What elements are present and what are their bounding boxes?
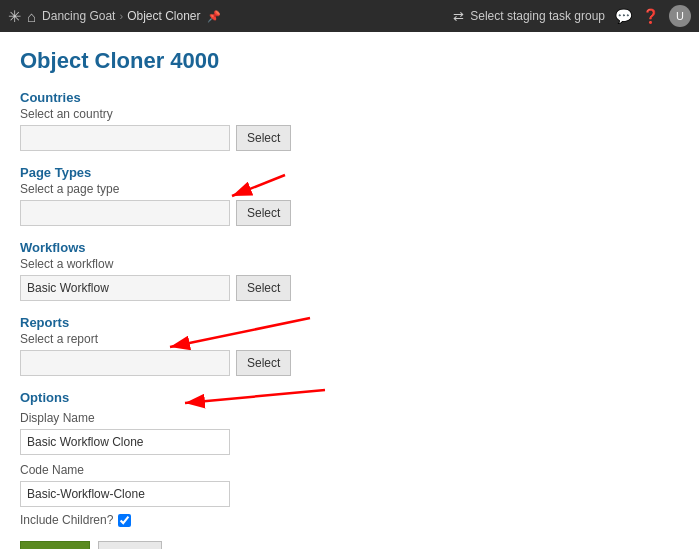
page-types-label: Page Types [20,165,679,180]
topnav: ✳ ⌂ Dancing Goat › Object Cloner 📌 ⇄ Sel… [0,0,699,32]
code-name-label: Code Name [20,463,679,477]
workflows-input[interactable] [20,275,230,301]
page-types-input[interactable] [20,200,230,226]
include-children-row: Include Children? [20,513,679,527]
workflows-section: Workflows Select a workflow Select [20,240,679,301]
help-icon[interactable]: ❓ [642,8,659,24]
page-types-input-row: Select [20,200,679,226]
workflows-select-button[interactable]: Select [236,275,291,301]
workflows-sublabel: Select a workflow [20,257,679,271]
pin-icon[interactable]: 📌 [207,10,221,23]
display-name-group: Display Name [20,411,679,455]
countries-label: Countries [20,90,679,105]
code-name-input[interactable] [20,481,230,507]
staging-icon: ⇄ [453,9,464,24]
display-name-label: Display Name [20,411,679,425]
countries-input[interactable] [20,125,230,151]
action-row: Clone Reset [20,541,679,549]
breadcrumb: Dancing Goat › Object Cloner 📌 [42,9,220,23]
page-types-select-button[interactable]: Select [236,200,291,226]
workflows-input-row: Select [20,275,679,301]
page-types-sublabel: Select a page type [20,182,679,196]
reports-input[interactable] [20,350,230,376]
chat-icon[interactable]: 💬 [615,8,632,24]
main-content: Object Cloner 4000 Countries Select an c… [0,32,699,549]
countries-input-row: Select [20,125,679,151]
page-types-section: Page Types Select a page type Select [20,165,679,226]
breadcrumb-current: Object Cloner [127,9,200,23]
staging-label: Select staging task group [470,9,605,23]
staging-selector[interactable]: ⇄ Select staging task group [453,9,605,24]
reports-select-button[interactable]: Select [236,350,291,376]
reset-button[interactable]: Reset [98,541,162,549]
breadcrumb-sep1: › [119,10,123,22]
countries-section: Countries Select an country Select [20,90,679,151]
display-name-input[interactable] [20,429,230,455]
page-title: Object Cloner 4000 [20,48,679,74]
home-icon[interactable]: ⌂ [27,8,36,25]
reports-input-row: Select [20,350,679,376]
reports-section: Reports Select a report Select [20,315,679,376]
countries-sublabel: Select an country [20,107,679,121]
reports-label: Reports [20,315,679,330]
include-children-checkbox[interactable] [118,514,131,527]
avatar[interactable]: U [669,5,691,27]
breadcrumb-brand[interactable]: Dancing Goat [42,9,115,23]
snowflake-icon[interactable]: ✳ [8,7,21,26]
options-label: Options [20,390,679,405]
reports-sublabel: Select a report [20,332,679,346]
countries-select-button[interactable]: Select [236,125,291,151]
clone-button[interactable]: Clone [20,541,90,549]
code-name-group: Code Name [20,463,679,507]
options-section: Options Display Name Code Name Include C… [20,390,679,527]
workflows-label: Workflows [20,240,679,255]
include-children-label: Include Children? [20,513,113,527]
topnav-right: ⇄ Select staging task group 💬 ❓ U [453,5,691,27]
